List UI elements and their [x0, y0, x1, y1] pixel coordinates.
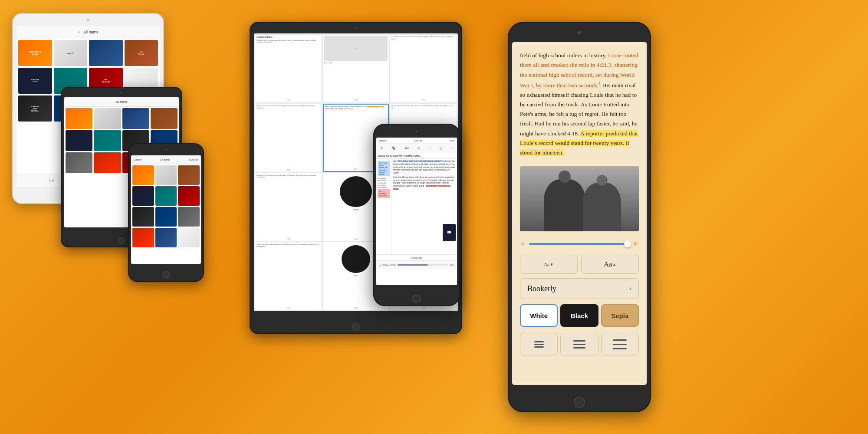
iphone-right-home-button[interactable] [574, 397, 585, 408]
layout-line-3 [534, 346, 544, 348]
book-blue1-p[interactable] [155, 228, 177, 247]
book-kindle[interactable]: Welcome tokindle [18, 40, 52, 66]
layout-narrow-button[interactable] [520, 333, 558, 355]
book-teal-d[interactable] [94, 130, 121, 151]
ipad-pages-home-button[interactable] [352, 323, 360, 331]
bookmark-icon[interactable]: 🔖 [391, 146, 396, 150]
section-right: field of high school milers in history, … [482, 0, 868, 434]
theme-white-button[interactable]: White [520, 304, 558, 327]
reading-text-part2: His main rival so exhausted himself chas… [520, 82, 638, 136]
brightness-thumb [624, 240, 631, 247]
book-kingdom-d[interactable] [66, 130, 92, 151]
page-thumb-159[interactable]: Quis autem vel eum iure reprehenderit qu… [255, 173, 322, 241]
book-revival-p[interactable] [132, 207, 154, 227]
ipad-dark-home-button[interactable] [118, 237, 125, 244]
progress-loc: Loc 5206 of 5750 [379, 264, 396, 266]
book-blue1-d[interactable] [122, 108, 149, 129]
layout-line-1 [534, 341, 544, 342]
book-jodi-p[interactable] [178, 165, 200, 185]
reading-text-part1: field of high school milers in history, [520, 52, 608, 59]
page-num-153: 153 [255, 99, 322, 102]
font-selector[interactable]: Bookerly › [520, 278, 639, 299]
book-what-if-d[interactable] [94, 108, 121, 129]
book-martian-p[interactable] [178, 186, 200, 206]
iphone-left-top [129, 144, 203, 155]
hamburger-icon[interactable]: ≡ [381, 146, 383, 150]
book-king-revival[interactable]: STEPHENKINGREVIVAL [18, 95, 52, 122]
iphone-left-home-button[interactable] [162, 271, 170, 279]
page-thumb-153[interactable]: LOUIS ZAMPERINI... During the war Louie … [255, 35, 322, 102]
section-middle: LOUIS ZAMPERINI... During the war Louie … [241, 0, 482, 434]
iphone-middle-screen: Verizon 1:58 PM 83% ≡ 🔖 Aa ⊞ ↑ ◻ ℹ GOOD … [376, 138, 457, 285]
book-blue1[interactable] [89, 40, 123, 66]
book-what-if[interactable]: what if? [54, 40, 88, 66]
page-num-164: 164 [390, 306, 457, 310]
theme-black-label: Black [571, 312, 588, 319]
chevron-right-icon: › [629, 285, 631, 293]
font-increase-button[interactable]: Aa ▲ [581, 255, 639, 274]
book-kingdom[interactable]: KINGDOMOF ICE [18, 68, 52, 94]
share-icon[interactable]: ↑ [429, 146, 431, 150]
page-thumb-154[interactable]: ✈ Back to 188 154 [323, 35, 389, 102]
page-num-156: 156 [255, 168, 322, 172]
book-chili-d[interactable] [94, 152, 121, 173]
info-icon[interactable]: ℹ [451, 146, 453, 150]
theme-sepia-button[interactable]: Sepia [601, 304, 639, 327]
book-kindle-p[interactable] [132, 165, 154, 185]
iphone-left-time: 5:26 PM [189, 158, 198, 161]
embedded-book-image: 📖 [443, 224, 456, 241]
book-jodi[interactable]: JodiPicoult [125, 40, 158, 66]
book-kindle-d[interactable] [66, 108, 92, 129]
iphone-middle-sidebar: them "dirty, phony places, run by tough-… [376, 159, 391, 254]
page-thumb-155[interactable]: Lorem ipsum dolor sit amet, consectetur … [390, 35, 457, 102]
iphone-left-book-grid [131, 164, 201, 249]
layout-wide-button[interactable] [601, 333, 639, 355]
reading-photo-inner [520, 166, 639, 231]
bookmark2-icon[interactable]: ◻ [440, 146, 443, 150]
book-chili-p[interactable] [132, 228, 154, 247]
brightness-high-icon: ☀ [632, 239, 639, 249]
iphone-middle-book-title: GOOD TO GREAT: WHY SOME COM... [376, 153, 457, 159]
page-thumb-156[interactable]: At vero eos et accusamus et iusto odio d… [255, 104, 322, 171]
progress-percent: 60% [450, 264, 454, 266]
page-thumb-156-content: At vero eos et accusamus et iusto odio d… [255, 104, 322, 168]
iphone-middle-reading-area: them "dirty, phony places, run by tough-… [376, 159, 457, 254]
camera-icon [578, 31, 581, 34]
page-num-154: 154 [323, 99, 389, 102]
iphone-right: field of high school milers in history, … [508, 22, 651, 412]
book-jodi-d[interactable] [151, 108, 178, 129]
font-icon[interactable]: Aa [404, 146, 409, 150]
layout-narrow-lines [534, 341, 544, 348]
layout-medium-button[interactable] [560, 333, 598, 355]
brightness-slider[interactable] [529, 243, 628, 245]
layout-wide-lines [613, 339, 627, 349]
font-increase-arrow: ▲ [612, 262, 616, 267]
book-kingdom-p[interactable] [132, 186, 154, 206]
menu-icon: ≡ [78, 30, 80, 34]
theme-row: White Black Sepia [512, 301, 647, 330]
iphone-middle-progress: Loc 5206 of 5750 60% [376, 260, 457, 269]
reading-content: field of high school milers in history, … [512, 42, 647, 162]
theme-black-button[interactable]: Black [560, 304, 598, 327]
iphone-left-carrier: Carrier [134, 158, 141, 161]
iphone-middle-home-button[interactable] [412, 294, 421, 303]
book-white1-p[interactable] [178, 228, 200, 247]
iphone-middle-toolbar: ≡ 🔖 Aa ⊞ ↑ ◻ ℹ [376, 144, 457, 153]
ipad-pages-top [250, 23, 461, 33]
book-gray1-p[interactable] [178, 207, 200, 227]
iphone-left: Carrier All Items 5:26 PM [128, 143, 204, 282]
ipad-dark-header: All Items [64, 97, 179, 107]
page-thumb-162[interactable]: Temporibus autem quibusdam et aut offici… [255, 242, 322, 310]
book-gray1-d[interactable] [66, 152, 92, 173]
section-left: ≡ All Items Welcome tokindle what if? Jo… [0, 0, 241, 434]
book-what-if-p[interactable] [155, 165, 177, 185]
pages-icon[interactable]: ⊞ [418, 146, 421, 150]
book-blue2-p[interactable] [155, 207, 177, 227]
font-decrease-button[interactable]: Aa ▼ [520, 255, 578, 274]
tab-list[interactable]: List [49, 179, 54, 182]
progress-track[interactable] [398, 264, 448, 266]
ipad-white-header: ≡ All Items [16, 26, 160, 38]
layout-line-4 [573, 340, 585, 342]
book-teal-p[interactable] [155, 186, 177, 206]
iphone-left-title: All Items [160, 158, 170, 161]
